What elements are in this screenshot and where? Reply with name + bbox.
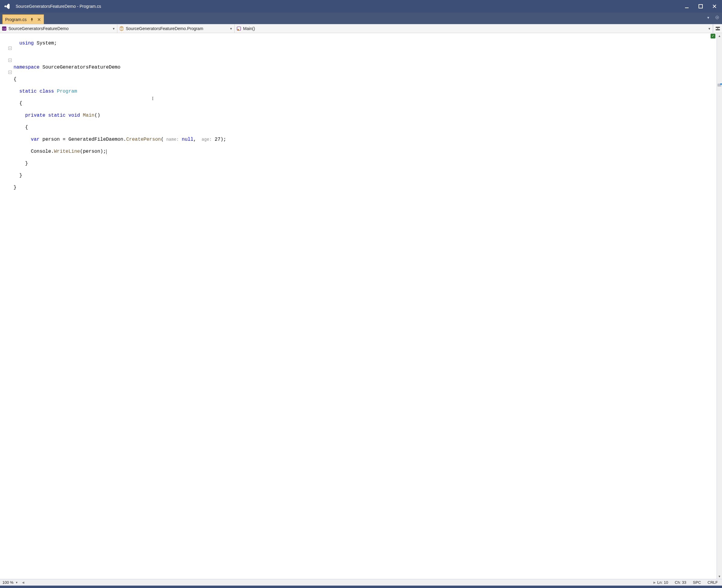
code-token: { [14, 77, 17, 82]
code-token: Console. [14, 149, 54, 154]
tab-program-cs[interactable]: Program.cs [2, 15, 44, 24]
vertical-scrollbar[interactable]: ▲ ▼ [717, 33, 722, 579]
chevron-down-icon: ▼ [708, 27, 711, 30]
status-char[interactable]: Ch: 33 [675, 580, 686, 585]
code-token: , [194, 137, 199, 142]
code-token: void [65, 113, 80, 118]
code-token: { [14, 125, 28, 130]
text-caret [106, 149, 106, 154]
status-line[interactable]: Ln: 10 [657, 580, 668, 585]
code-health-indicator[interactable]: ✓ [710, 34, 715, 39]
pin-icon[interactable] [30, 17, 34, 22]
zoom-value: 100 % [2, 580, 14, 585]
chevron-down-icon: ▼ [112, 27, 115, 30]
status-indent[interactable]: SPC [693, 580, 701, 585]
class-name: SourceGeneratorsFeatureDemo.Program [126, 26, 203, 31]
code-token: private [25, 113, 45, 118]
chevron-down-icon: ▼ [15, 581, 18, 584]
svg-rect-0 [685, 7, 688, 8]
svg-rect-1 [699, 4, 702, 8]
fold-toggle[interactable]: − [8, 59, 12, 62]
code-token: 27); [212, 137, 226, 142]
tab-label: Program.cs [5, 17, 27, 22]
minimize-button[interactable] [683, 3, 690, 9]
shell-statusbar [0, 586, 722, 588]
editor-footer: 100 % ▼ ◀ ▶ Ln: 10 Ch: 33 SPC CRLF [0, 579, 722, 586]
zoom-dropdown[interactable]: 100 % ▼ [0, 580, 20, 585]
ibeam-cursor-icon: I [152, 96, 154, 102]
inline-hint: name: [164, 137, 179, 142]
editor-gutter: − − − [0, 33, 14, 579]
svg-text:C#: C# [3, 27, 6, 30]
code-token: SourceGeneratorsFeatureDemo [39, 65, 120, 70]
code-editor[interactable]: − − − using System; namespace SourceGene… [0, 33, 722, 579]
scroll-right-icon[interactable]: ▶ [652, 581, 657, 584]
change-marker [720, 84, 722, 84]
svg-rect-9 [716, 29, 720, 30]
close-tab-icon[interactable] [37, 17, 41, 22]
document-tab-strip: Program.cs ▾ [0, 13, 722, 24]
svg-rect-8 [716, 27, 720, 28]
code-token: var [31, 137, 40, 142]
maximize-button[interactable] [697, 3, 704, 9]
window-titlebar: SourceGeneratorsFeatureDemo - Program.cs [0, 0, 722, 13]
member-name: Main() [243, 26, 255, 31]
scroll-left-icon[interactable]: ◀ [20, 581, 26, 584]
code-token: WriteLine [54, 149, 80, 154]
code-token: using [19, 41, 34, 46]
project-dropdown[interactable]: C# SourceGeneratorsFeatureDemo ▼ [0, 24, 117, 33]
project-name: SourceGeneratorsFeatureDemo [8, 26, 68, 31]
svg-point-7 [238, 29, 239, 31]
code-token: ( [161, 137, 164, 142]
code-token: static [19, 89, 37, 94]
window-title: SourceGeneratorsFeatureDemo - Program.cs [16, 4, 101, 9]
status-eol[interactable]: CRLF [707, 580, 718, 585]
code-token: Main [80, 113, 95, 118]
code-token: Program [54, 89, 77, 94]
code-token: static [45, 113, 65, 118]
code-token: class [37, 89, 54, 94]
inline-hint: age: [199, 137, 212, 142]
tab-overflow-icon[interactable]: ▾ [705, 15, 711, 20]
code-area[interactable]: using System; namespace SourceGenerators… [14, 33, 717, 579]
code-token: person = GeneratedFileDaemon. [39, 137, 126, 142]
scroll-up-icon[interactable]: ▲ [717, 33, 722, 39]
code-token: { [14, 101, 22, 106]
code-token: CreatePerson [126, 137, 161, 142]
svg-point-3 [717, 17, 718, 18]
class-dropdown[interactable]: SourceGeneratorsFeatureDemo.Program ▼ [117, 24, 235, 33]
close-button[interactable] [711, 3, 718, 9]
csharp-project-icon: C# [2, 26, 7, 31]
code-token: System; [34, 41, 57, 46]
code-token: } [14, 185, 17, 190]
member-dropdown[interactable]: Main() ▼ [235, 24, 713, 33]
code-token: } [14, 161, 28, 166]
split-editor-button[interactable] [713, 24, 722, 33]
chevron-down-icon: ▼ [229, 27, 233, 30]
code-token: namespace [14, 65, 39, 70]
class-icon [119, 26, 124, 31]
fold-toggle[interactable]: − [8, 47, 12, 50]
window-options-icon[interactable] [714, 15, 720, 20]
code-token: null [179, 137, 194, 142]
navigation-bar: C# SourceGeneratorsFeatureDemo ▼ SourceG… [0, 24, 722, 33]
code-token: (person); [80, 149, 106, 154]
code-token: } [14, 173, 22, 178]
fold-toggle[interactable]: − [8, 71, 12, 74]
code-token: () [95, 113, 100, 118]
scroll-down-icon[interactable]: ▼ [717, 573, 722, 579]
vs-logo-icon [2, 2, 12, 11]
method-icon [237, 26, 241, 31]
